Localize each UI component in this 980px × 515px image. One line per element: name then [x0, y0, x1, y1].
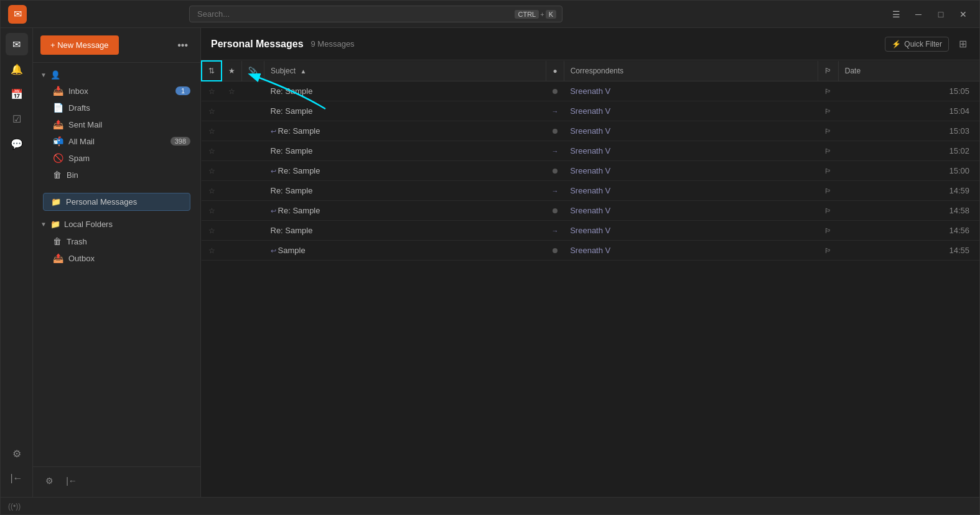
folder-tree: ▼ 👤 📥 Inbox 1 📄 Drafts 📤 Sent Mail — [33, 63, 200, 466]
thread-icon: 🏳 — [824, 227, 831, 234]
maximize-button[interactable]: □ — [932, 6, 950, 23]
table-row[interactable]: ☆ Re: Sample → Sreenath V 🏳 15:02 — [202, 141, 979, 161]
th-correspondents[interactable]: Correspondents — [564, 61, 818, 81]
account-icon: 👤 — [50, 70, 60, 80]
minimize-button[interactable]: ─ — [910, 6, 927, 23]
date-cell: 15:04 — [838, 101, 979, 121]
spam-label: Spam — [68, 154, 190, 163]
status-dot — [553, 89, 558, 94]
titlebar: ✉ CTRL + K ☰ ─ □ ✕ — [1, 1, 979, 28]
left-panel: + New Message ••• ▼ 👤 📥 Inbox 1 📄 — [33, 28, 201, 497]
messages-title: Personal Messages — [211, 39, 304, 50]
subject-cell: Re: Sample — [264, 181, 546, 201]
correspondent-cell: Sreenath V — [564, 81, 818, 101]
table-row[interactable]: ☆ ↩ Re: Sample Sreenath V 🏳 15:03 — [202, 121, 979, 141]
star-empty-icon: ☆ — [208, 187, 215, 195]
status-dot — [553, 169, 558, 174]
sidebar-item-calendar[interactable]: 📅 — [6, 83, 28, 105]
correspondent-cell: Sreenath V — [564, 241, 818, 261]
table-row[interactable]: ☆ Re: Sample → Sreenath V 🏳 15:04 — [202, 101, 979, 121]
folder-item-allmail[interactable]: 📬 All Mail 398 — [35, 133, 198, 149]
sidebar-item-mail[interactable]: ✉ — [6, 33, 28, 55]
arrow-right-icon: → — [552, 227, 559, 234]
table-row[interactable]: ☆ Re: Sample → Sreenath V 🏳 14:59 — [202, 181, 979, 201]
th-star[interactable]: ★ — [222, 61, 242, 81]
correspondent-cell: Sreenath V — [564, 161, 818, 181]
trash-icon: 🗑 — [53, 236, 62, 246]
table-header: ⇅ ★ 📎 Subject ▲ ● Correspondents 🏳 Date — [202, 61, 979, 81]
account-header[interactable]: ▼ 👤 — [33, 68, 200, 82]
folder-item-bin[interactable]: 🗑 Bin — [35, 167, 198, 183]
th-attachment[interactable]: 📎 — [242, 61, 264, 81]
folder-item-outbox[interactable]: 📤 Outbox — [35, 250, 198, 266]
search-input[interactable] — [189, 6, 562, 22]
trash-label: Trash — [67, 237, 190, 246]
inbox-icon: 📥 — [53, 86, 63, 96]
table-row[interactable]: ☆ ☆ Re: Sample Sreenath V 🏳 15:05 — [202, 81, 979, 101]
star-empty-icon: ☆ — [208, 246, 215, 255]
th-date[interactable]: Date — [838, 61, 979, 81]
table-row[interactable]: ☆ ↩ Re: Sample Sreenath V 🏳 14:58 — [202, 201, 979, 221]
th-subject[interactable]: Subject ▲ — [264, 61, 546, 81]
filter-icon: ⚡ — [892, 40, 901, 49]
columns-button[interactable]: ⊞ — [956, 35, 969, 52]
star-icon: ☆ — [228, 87, 235, 96]
sidebar-item-settings[interactable]: ⚙ — [6, 442, 28, 465]
more-options-button[interactable]: ••• — [172, 37, 193, 53]
quick-filter-button[interactable]: ⚡ Quick Filter — [885, 37, 949, 52]
folder-item-trash[interactable]: 🗑 Trash — [35, 233, 198, 249]
drafts-icon: 📄 — [53, 103, 63, 113]
arrow-right-icon: → — [552, 187, 559, 195]
folder-item-inbox[interactable]: 📥 Inbox 1 — [35, 83, 198, 99]
app-logo-icon: ✉ — [14, 8, 22, 20]
settings-button[interactable]: ⚙ — [40, 472, 58, 489]
folder-item-sent[interactable]: 📤 Sent Mail — [35, 116, 198, 132]
close-button[interactable]: ✕ — [954, 6, 972, 23]
subject-cell: ↩ Re: Sample — [264, 201, 546, 221]
correspondent-cell: Sreenath V — [564, 201, 818, 221]
collapse-button[interactable]: |← — [63, 472, 80, 489]
correspondent-cell: Sreenath V — [564, 101, 818, 121]
star-empty-icon: ☆ — [208, 147, 215, 155]
table-row[interactable]: ☆ ↩ Sample Sreenath V 🏳 14:55 — [202, 241, 979, 261]
th-status[interactable]: ● — [546, 61, 564, 81]
local-folders-folder-icon: 📁 — [50, 220, 60, 229]
th-flag[interactable]: 🏳 — [818, 61, 838, 81]
thread-icon: 🏳 — [824, 147, 831, 155]
new-message-button[interactable]: + New Message — [40, 35, 119, 55]
arrow-right-icon: → — [552, 108, 559, 115]
sidebar-item-tasks[interactable]: ☑ — [6, 108, 28, 130]
drafts-label: Drafts — [68, 103, 190, 113]
ctrl-key: CTRL — [515, 10, 539, 19]
messages-count: 9 Messages — [311, 39, 355, 49]
sidebar-item-chat[interactable]: 💬 — [6, 132, 28, 155]
allmail-label: All Mail — [68, 137, 166, 146]
table-row[interactable]: ☆ ↩ Re: Sample Sreenath V 🏳 15:00 — [202, 161, 979, 181]
sort-icon: ▲ — [300, 68, 306, 75]
star-empty-icon: ☆ — [208, 226, 215, 235]
status-dot — [553, 208, 558, 213]
left-panel-bottom: ⚙ |← — [33, 466, 200, 497]
menu-button[interactable]: ☰ — [887, 6, 905, 23]
table-row[interactable]: ☆ Re: Sample → Sreenath V 🏳 14:56 — [202, 221, 979, 241]
local-folders-header[interactable]: ▼ 📁 Local Folders — [33, 216, 200, 233]
right-panel: Personal Messages 9 Messages ⚡ Quick Fil… — [201, 28, 979, 497]
status-dot — [553, 248, 558, 253]
search-container: CTRL + K — [189, 6, 562, 22]
sidebar-item-bell[interactable]: 🔔 — [6, 58, 28, 80]
personal-messages-item[interactable]: 📁 Personal Messages — [43, 193, 190, 211]
message-table-container: ⇅ ★ 📎 Subject ▲ ● Correspondents 🏳 Date — [201, 60, 979, 497]
folder-item-spam[interactable]: 🚫 Spam — [35, 150, 198, 166]
correspondent-cell: Sreenath V — [564, 221, 818, 241]
wifi-icon: ((•)) — [8, 502, 21, 511]
star-empty-icon: ☆ — [208, 167, 215, 175]
folder-item-drafts[interactable]: 📄 Drafts — [35, 100, 198, 116]
star-empty-icon: ☆ — [208, 87, 215, 96]
app-window: ✉ CTRL + K ☰ ─ □ ✕ ✉ 🔔 📅 ☑ 💬 ⚙ |← — [0, 0, 980, 515]
status-dot — [553, 129, 558, 134]
th-thread[interactable]: ⇅ — [202, 61, 222, 81]
sidebar-item-collapse[interactable]: |← — [6, 467, 28, 489]
local-folders-label: Local Folders — [64, 220, 113, 229]
thread-icon: 🏳 — [824, 128, 831, 135]
messages-header: Personal Messages 9 Messages ⚡ Quick Fil… — [201, 28, 979, 60]
